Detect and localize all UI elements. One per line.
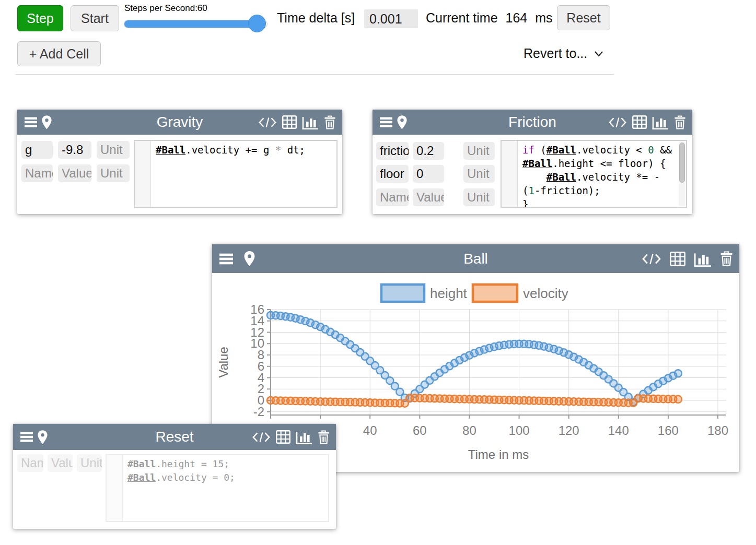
location-pin-icon[interactable] bbox=[37, 430, 48, 445]
chart-view-icon[interactable] bbox=[302, 115, 319, 129]
code-view-icon[interactable] bbox=[608, 116, 627, 128]
add-cell-button[interactable]: + Add Cell bbox=[17, 41, 101, 66]
var-name-input[interactable]: Name bbox=[21, 164, 53, 182]
table-view-icon[interactable] bbox=[276, 430, 290, 444]
code-content[interactable]: if (#Ball.velocity < 0 &&#Ball.height <=… bbox=[522, 143, 678, 207]
code-scrollbar[interactable] bbox=[679, 141, 685, 206]
trash-icon[interactable] bbox=[720, 251, 733, 266]
svg-text:60: 60 bbox=[413, 423, 427, 437]
var-unit-input[interactable]: Unit bbox=[463, 188, 495, 206]
trash-icon[interactable] bbox=[324, 115, 336, 129]
var-name-input[interactable]: floor bbox=[376, 165, 409, 183]
code-gutter bbox=[502, 141, 518, 207]
step-button[interactable]: Step bbox=[17, 5, 63, 31]
var-value-input[interactable]: Value bbox=[413, 188, 444, 206]
svg-text:height: height bbox=[430, 286, 468, 301]
var-unit-input[interactable]: Unit bbox=[97, 141, 130, 159]
var-name-input[interactable]: friction bbox=[376, 142, 409, 160]
var-unit-input[interactable]: Unit bbox=[77, 454, 102, 472]
ball-header[interactable]: Ball bbox=[212, 244, 739, 273]
code-content[interactable]: #Ball.velocity += g * dt; bbox=[156, 143, 335, 207]
steps-per-second-slider[interactable] bbox=[124, 20, 267, 28]
var-value-input[interactable]: -9.8 bbox=[58, 141, 91, 159]
location-pin-icon[interactable] bbox=[41, 115, 52, 130]
svg-text:160: 160 bbox=[658, 423, 679, 437]
current-time: Current time 164 ms bbox=[426, 10, 553, 26]
location-pin-icon[interactable] bbox=[243, 251, 255, 267]
menu-icon[interactable] bbox=[218, 252, 234, 266]
svg-text:40: 40 bbox=[363, 423, 377, 437]
cell-friction: Friction friction 0.2 Unit floor 0 Unit … bbox=[373, 110, 692, 214]
table-view-icon[interactable] bbox=[670, 252, 685, 266]
current-time-label: Current time bbox=[426, 10, 498, 26]
var-value-input[interactable]: 0.2 bbox=[413, 142, 444, 160]
reset-cell-header[interactable]: Reset bbox=[13, 424, 336, 450]
code-gutter bbox=[135, 141, 151, 207]
menu-icon[interactable] bbox=[24, 116, 38, 128]
gravity-code-editor[interactable]: #Ball.velocity += g * dt; bbox=[134, 140, 338, 208]
svg-text:180: 180 bbox=[707, 423, 728, 437]
chevron-down-icon bbox=[594, 50, 604, 58]
svg-text:100: 100 bbox=[509, 423, 530, 437]
var-value-input[interactable]: 0 bbox=[413, 165, 444, 183]
friction-code-editor[interactable]: if (#Ball.velocity < 0 &&#Ball.height <=… bbox=[501, 140, 687, 208]
friction-header[interactable]: Friction bbox=[373, 110, 692, 135]
revert-dropdown[interactable]: Revert to... bbox=[524, 46, 604, 61]
slider-thumb[interactable] bbox=[248, 15, 266, 32]
var-value-input[interactable]: Value bbox=[58, 164, 91, 182]
svg-text:16: 16 bbox=[250, 302, 264, 316]
trash-icon[interactable] bbox=[318, 430, 330, 444]
var-unit-input[interactable]: Unit bbox=[463, 165, 495, 183]
table-view-icon[interactable] bbox=[282, 115, 297, 129]
svg-text:velocity: velocity bbox=[523, 286, 568, 301]
code-view-icon[interactable] bbox=[252, 431, 271, 443]
reset-button[interactable]: Reset bbox=[557, 5, 610, 30]
code-view-icon[interactable] bbox=[258, 116, 277, 128]
code-gutter bbox=[107, 455, 123, 521]
reset-code-editor[interactable]: #Ball.height = 15;#Ball.velocity = 0; bbox=[106, 454, 329, 522]
var-value-input[interactable]: Value bbox=[48, 454, 73, 472]
var-name-input[interactable]: Name bbox=[376, 188, 409, 206]
code-view-icon[interactable] bbox=[642, 253, 661, 265]
cell-reset: Reset Name Value Unit #Ball.height = 15;… bbox=[13, 424, 336, 529]
trash-icon[interactable] bbox=[674, 115, 686, 129]
revert-label: Revert to... bbox=[524, 46, 587, 61]
location-pin-icon[interactable] bbox=[397, 115, 408, 130]
var-unit-input[interactable]: Unit bbox=[463, 142, 495, 160]
chart-view-icon[interactable] bbox=[652, 115, 669, 129]
app: Step Start Steps per Second:60 Time delt… bbox=[0, 0, 756, 545]
menu-icon[interactable] bbox=[19, 431, 34, 443]
toolbar-divider bbox=[16, 74, 614, 75]
var-name-input[interactable]: g bbox=[21, 141, 53, 159]
start-button[interactable]: Start bbox=[71, 5, 119, 31]
steps-per-second-label: Steps per Second:60 bbox=[124, 3, 207, 14]
menu-icon[interactable] bbox=[379, 116, 393, 128]
svg-text:120: 120 bbox=[559, 423, 579, 437]
time-delta-label: Time delta [s] bbox=[277, 10, 355, 26]
svg-text:140: 140 bbox=[608, 423, 629, 437]
gravity-header[interactable]: Gravity bbox=[17, 110, 342, 135]
time-delta-input[interactable] bbox=[364, 9, 418, 28]
chart-view-icon[interactable] bbox=[296, 430, 312, 444]
var-unit-input[interactable]: Unit bbox=[97, 164, 130, 182]
current-time-unit: ms bbox=[535, 10, 552, 26]
var-name-input[interactable]: Name bbox=[17, 454, 43, 472]
svg-text:Value: Value bbox=[216, 347, 230, 378]
slider-fill bbox=[124, 20, 257, 28]
cell-gravity: Gravity g -9.8 Unit Name Value Unit #Bal… bbox=[17, 110, 342, 214]
table-view-icon[interactable] bbox=[632, 115, 647, 129]
current-time-value: 164 bbox=[506, 10, 528, 26]
svg-text:Time in ms: Time in ms bbox=[468, 447, 529, 461]
svg-text:80: 80 bbox=[462, 423, 476, 437]
code-content[interactable]: #Ball.height = 15;#Ball.velocity = 0; bbox=[127, 457, 327, 521]
scrollbar-thumb[interactable] bbox=[679, 143, 685, 183]
chart-view-icon[interactable] bbox=[694, 251, 712, 267]
